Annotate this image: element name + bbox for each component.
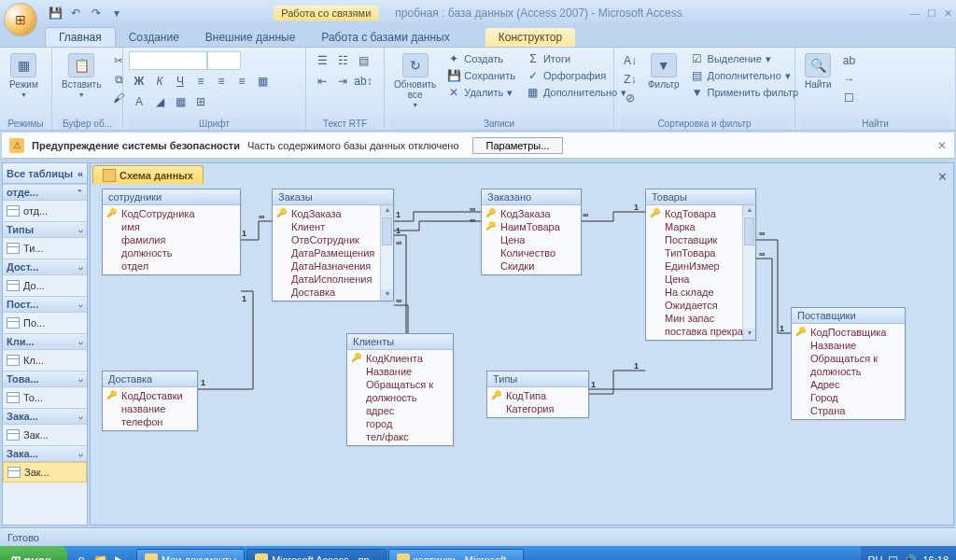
entity-field[interactable]: КодТипа xyxy=(487,389,588,402)
tab-designer[interactable]: Конструктор xyxy=(485,28,575,47)
align-left-button[interactable]: ≡ xyxy=(190,72,211,91)
numbering-button[interactable]: ☷ xyxy=(332,51,353,70)
minimize-button[interactable]: — xyxy=(909,7,920,20)
taskbar-item[interactable]: Мои документы xyxy=(136,549,245,560)
entity-field[interactable]: Марка xyxy=(646,220,742,233)
close-button[interactable]: ✕ xyxy=(944,7,952,20)
align-right-button[interactable]: ≡ xyxy=(232,72,252,91)
entity-sotrudniki[interactable]: сотрудникиКодСотрудникаимяфамилиядолжнос… xyxy=(102,189,241,275)
entity-klienty[interactable]: КлиентыКодКлиентаНазваниеОбращаться кдол… xyxy=(346,333,454,446)
entity-tipy[interactable]: ТипыКодТипаКатегория xyxy=(486,371,589,418)
entity-field[interactable]: Доставка xyxy=(273,286,380,299)
nav-group-header[interactable]: Зака...⌵ xyxy=(3,445,87,462)
nav-item[interactable]: До... xyxy=(3,275,87,296)
nav-item[interactable]: По... xyxy=(3,313,87,333)
entity-field[interactable]: Цена xyxy=(482,233,581,246)
entity-field[interactable]: КодТовара xyxy=(646,207,742,220)
fill-color-button[interactable]: ◢ xyxy=(149,92,170,111)
save-record-button[interactable]: 💾Сохранить xyxy=(443,68,519,83)
redo-icon[interactable]: ↷ xyxy=(88,5,105,21)
start-button[interactable]: ⊞пуск xyxy=(0,546,67,560)
qat-more-icon[interactable]: ▾ xyxy=(108,5,125,21)
entity-field[interactable]: телефон xyxy=(103,415,197,428)
clear-sort-button[interactable]: ⊘ xyxy=(620,89,640,107)
entity-field[interactable]: КодПоставщика xyxy=(792,326,905,339)
entity-field[interactable]: На складе xyxy=(646,286,742,299)
entity-field[interactable]: поставка прекра xyxy=(646,325,742,338)
toggle-filter-button[interactable]: ▼Применить фильтр xyxy=(687,85,803,100)
delete-button[interactable]: ✕Удалить ▾ xyxy=(443,85,519,100)
security-close-button[interactable]: ✕ xyxy=(937,139,947,152)
entity-field[interactable]: ДатаРазмещения xyxy=(273,246,380,259)
entity-field[interactable]: должность xyxy=(792,365,905,378)
language-indicator[interactable]: RU xyxy=(868,554,883,560)
font-family-select[interactable] xyxy=(129,51,207,70)
goto-button[interactable]: → xyxy=(839,70,860,89)
nav-group-header[interactable]: Това...⌵ xyxy=(3,371,87,387)
entity-field[interactable]: ДатаИсполнения xyxy=(273,273,380,286)
entity-field[interactable]: Название xyxy=(792,339,905,352)
tab-dbtools[interactable]: Работа с базами данных xyxy=(308,28,462,47)
nav-item[interactable]: отд... xyxy=(3,201,87,221)
entity-field[interactable]: адрес xyxy=(347,404,453,417)
entity-field[interactable]: КодДоставки xyxy=(103,389,197,402)
new-record-button[interactable]: ✦Создать xyxy=(443,51,519,66)
filter-button[interactable]: ▼Фильтр xyxy=(644,51,683,91)
text-direction-button[interactable]: ab↕ xyxy=(353,72,373,91)
entity-postavshiki[interactable]: ПоставщикиКодПоставщикаНазваниеОбращатьс… xyxy=(791,307,906,420)
decrease-indent-button[interactable]: ⇤ xyxy=(312,72,332,91)
office-button[interactable]: ⊞ xyxy=(4,3,37,36)
entity-field[interactable]: должность xyxy=(347,391,453,404)
entity-field[interactable]: отдел xyxy=(103,259,240,273)
nav-item[interactable]: То... xyxy=(3,387,87,408)
font-color-button[interactable]: A xyxy=(129,92,149,111)
select-button[interactable]: ☐ xyxy=(839,89,860,107)
entity-field[interactable]: ДатаНазначения xyxy=(273,259,380,273)
entity-field[interactable]: должность xyxy=(103,246,240,259)
media-icon[interactable]: ▶ xyxy=(110,552,127,560)
entity-field[interactable]: Категория xyxy=(487,402,588,415)
tab-home[interactable]: Главная xyxy=(45,27,116,47)
entity-field[interactable]: Название xyxy=(347,365,453,378)
nav-item[interactable]: Ти... xyxy=(3,238,87,259)
doc-tab-schema[interactable]: Схема данных xyxy=(92,165,204,184)
entity-field[interactable]: Адрес xyxy=(792,378,905,391)
view-button[interactable]: ▦Режим▼ xyxy=(6,51,42,100)
paste-button[interactable]: 📋Вставить▼ xyxy=(58,51,105,100)
underline-button[interactable]: Ч xyxy=(170,72,190,91)
nav-item[interactable]: Зак... xyxy=(3,425,87,445)
security-options-button[interactable]: Параметры... xyxy=(472,137,564,154)
entity-dostavka[interactable]: ДоставкаКодДоставкиназваниетелефон xyxy=(102,371,198,431)
relationships-canvas[interactable]: 1∞ 11 1∞ 1∞ 1∞ ∞1 ∞1 ∞1 ∞1 ∞1 сотрудники… xyxy=(91,184,953,525)
entity-field[interactable]: Цена xyxy=(646,273,742,286)
entity-field[interactable]: Обращаться к xyxy=(792,352,905,365)
gridlines-button[interactable]: ▦ xyxy=(252,72,273,91)
entity-field[interactable]: КодЗаказа xyxy=(482,207,581,220)
entity-field[interactable]: Обращаться к xyxy=(347,378,453,391)
explorer-icon[interactable]: 📁 xyxy=(91,552,108,560)
font-size-select[interactable] xyxy=(207,51,241,70)
entity-field[interactable]: Клиент xyxy=(273,220,380,233)
advanced-filter-button[interactable]: ▤Дополнительно ▾ xyxy=(687,68,803,83)
entity-field[interactable]: ЕдинИзмер xyxy=(646,259,742,273)
nav-item[interactable]: Зак... xyxy=(3,462,87,483)
taskbar-item[interactable]: Microsoft Access - пр... xyxy=(246,549,387,560)
entity-field[interactable]: город xyxy=(347,417,453,430)
nav-group-header[interactable]: отде...⌃ xyxy=(3,184,87,201)
grid-button[interactable]: ⊞ xyxy=(190,92,211,111)
nav-group-header[interactable]: Зака...⌵ xyxy=(3,408,87,425)
nav-collapse-icon[interactable]: « xyxy=(77,168,83,179)
entity-field[interactable]: тел/факс xyxy=(347,430,453,443)
entity-field[interactable]: КодКлиента xyxy=(347,352,453,365)
tray-icon[interactable]: 🛡 xyxy=(888,554,898,560)
nav-group-header[interactable]: Кли...⌵ xyxy=(3,333,87,350)
entity-field[interactable]: Поставщик xyxy=(646,233,742,246)
tab-external[interactable]: Внешние данные xyxy=(192,28,309,47)
doc-tab-close-button[interactable]: ✕ xyxy=(932,170,953,184)
clock[interactable]: 16:18 xyxy=(922,554,949,560)
entity-field[interactable]: Количество xyxy=(482,246,581,259)
entity-field[interactable]: Город xyxy=(792,391,905,404)
nav-group-header[interactable]: Типы⌵ xyxy=(3,221,87,238)
replace-button[interactable]: ab xyxy=(839,51,860,70)
nav-header[interactable]: Все таблицы« xyxy=(3,163,87,184)
